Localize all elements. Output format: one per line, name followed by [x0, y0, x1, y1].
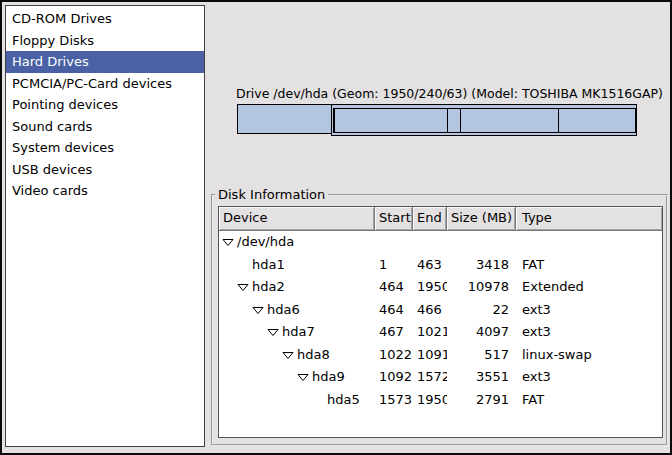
type-value: Extended	[516, 276, 662, 299]
sidebar-item-label: USB devices	[12, 162, 92, 177]
end-value: 463	[413, 254, 447, 277]
type-value	[516, 231, 662, 254]
device-name: hda2	[252, 276, 285, 299]
expander-icon[interactable]	[222, 237, 237, 247]
disk-table: Device Start End Size (MB) Type /dev/hda…	[218, 206, 663, 438]
expander-icon[interactable]	[297, 372, 312, 382]
start-value: 1022	[375, 344, 413, 367]
table-row[interactable]: hda6 464 466 22 ext3	[219, 299, 662, 322]
type-value: ext3	[516, 366, 662, 389]
sidebar-item-label: CD-ROM Drives	[12, 11, 112, 26]
device-name: hda1	[252, 254, 285, 277]
type-value: ext3	[516, 321, 662, 344]
size-value	[447, 231, 516, 254]
device-name: hda8	[297, 344, 330, 367]
device-name: hda5	[327, 389, 360, 412]
sidebar-item-label: PCMCIA/PC-Card devices	[12, 76, 172, 91]
size-value: 3551	[447, 366, 516, 389]
sidebar-list: CD-ROM DrivesFloppy DisksHard DrivesPCMC…	[5, 5, 205, 447]
sidebar-item-pcmcia-pc-card-devices[interactable]: PCMCIA/PC-Card devices	[6, 73, 204, 95]
expander-icon[interactable]	[237, 260, 252, 270]
expander-icon[interactable]	[282, 350, 297, 360]
sidebar-item-video-cards[interactable]: Video cards	[6, 180, 204, 202]
tree-indent	[219, 377, 297, 378]
device-name: hda6	[267, 299, 300, 322]
type-value: ext3	[516, 299, 662, 322]
sidebar-item-label: Hard Drives	[12, 54, 89, 69]
tree-indent	[219, 354, 282, 355]
end-value: 1572	[413, 366, 447, 389]
partition-segment-hda5	[558, 108, 636, 133]
column-header-type[interactable]: Type	[516, 207, 662, 230]
end-value: 1950	[413, 389, 447, 412]
partition-segment-hda2	[331, 104, 637, 136]
partition-segment-hda9	[460, 108, 559, 133]
column-header-device[interactable]: Device	[219, 207, 375, 230]
frame-title: Disk Information	[215, 187, 328, 203]
tree-indent	[219, 264, 237, 265]
column-header-end[interactable]: End	[413, 207, 447, 230]
type-value: FAT	[516, 254, 662, 277]
sidebar-item-pointing-devices[interactable]: Pointing devices	[6, 94, 204, 116]
column-header-size[interactable]: Size (MB)	[447, 207, 516, 230]
size-value: 22	[447, 299, 516, 322]
partition-segment-hda8	[447, 108, 461, 133]
partition-segment-hda7	[334, 108, 448, 133]
start-value	[375, 231, 413, 254]
type-value: linux-swap	[516, 344, 662, 367]
sidebar-item-label: Sound cards	[12, 119, 92, 134]
sidebar-item-usb-devices[interactable]: USB devices	[6, 159, 204, 181]
size-value: 10978	[447, 276, 516, 299]
table-row[interactable]: /dev/hda	[219, 231, 662, 254]
table-row[interactable]: hda7 467 1021 4097 ext3	[219, 321, 662, 344]
expander-icon[interactable]	[252, 305, 267, 315]
drive-title: Drive /dev/hda (Geom: 1950/240/63) (Mode…	[236, 86, 663, 101]
type-value: FAT	[516, 389, 662, 412]
sidebar-item-cd-rom-drives[interactable]: CD-ROM Drives	[6, 8, 204, 30]
sidebar-item-system-devices[interactable]: System devices	[6, 137, 204, 159]
sidebar-item-sound-cards[interactable]: Sound cards	[6, 116, 204, 138]
table-row[interactable]: hda1 1 463 3418 FAT	[219, 254, 662, 277]
sidebar-item-label: System devices	[12, 140, 114, 155]
size-value: 517	[447, 344, 516, 367]
size-value: 3418	[447, 254, 516, 277]
device-name: hda9	[312, 366, 345, 389]
end-value: 1021	[413, 321, 447, 344]
tree-indent	[219, 332, 267, 333]
tree-indent	[219, 399, 312, 400]
sidebar-item-label: Floppy Disks	[12, 33, 94, 48]
sidebar-item-label: Video cards	[12, 183, 88, 198]
start-value: 1	[375, 254, 413, 277]
sidebar-item-hard-drives[interactable]: Hard Drives	[6, 51, 204, 73]
start-value: 1573	[375, 389, 413, 412]
partition-segment-hda1	[237, 104, 332, 134]
table-header-row: Device Start End Size (MB) Type	[219, 207, 662, 231]
device-name: hda7	[282, 321, 315, 344]
tree-indent	[219, 287, 237, 288]
end-value: 1091	[413, 344, 447, 367]
sidebar-item-label: Pointing devices	[12, 97, 118, 112]
partition-bar	[237, 104, 637, 136]
table-body: /dev/hda hda1 1 463 3418 FAT hda2 464 19…	[219, 231, 662, 411]
table-row[interactable]: hda9 1092 1572 3551 ext3	[219, 366, 662, 389]
expander-icon[interactable]	[267, 327, 282, 337]
table-row[interactable]: hda2 464 1950 10978 Extended	[219, 276, 662, 299]
hardware-browser-window: CD-ROM DrivesFloppy DisksHard DrivesPCMC…	[0, 0, 672, 455]
start-value: 467	[375, 321, 413, 344]
table-row[interactable]: hda8 1022 1091 517 linux-swap	[219, 344, 662, 367]
end-value: 466	[413, 299, 447, 322]
size-value: 2791	[447, 389, 516, 412]
device-name: /dev/hda	[237, 231, 294, 254]
end-value	[413, 231, 447, 254]
end-value: 1950	[413, 276, 447, 299]
sidebar-item-floppy-disks[interactable]: Floppy Disks	[6, 30, 204, 52]
tree-indent	[219, 309, 252, 310]
expander-icon[interactable]	[312, 395, 327, 405]
start-value: 1092	[375, 366, 413, 389]
table-row[interactable]: hda5 1573 1950 2791 FAT	[219, 389, 662, 412]
start-value: 464	[375, 276, 413, 299]
start-value: 464	[375, 299, 413, 322]
column-header-start[interactable]: Start	[375, 207, 413, 230]
size-value: 4097	[447, 321, 516, 344]
expander-icon[interactable]	[237, 282, 252, 292]
